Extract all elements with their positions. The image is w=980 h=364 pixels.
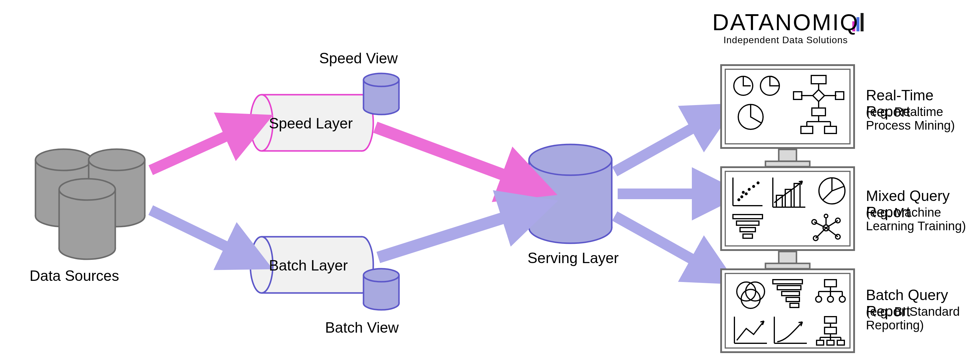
brand-name: DATANOMIQ (712, 9, 859, 36)
svg-point-34 (364, 269, 399, 282)
batch-report-subtitle: (e.g. BI Standard Reporting) (866, 305, 980, 332)
svg-point-57 (738, 199, 740, 201)
svg-point-39 (529, 144, 612, 175)
svg-rect-40 (721, 65, 854, 148)
realtime-report-subtitle: (e.g. Realtime Process Mining) (866, 105, 980, 132)
serving-layer-label: Serving Layer (528, 250, 619, 267)
arrow-sources-to-speed (151, 130, 239, 170)
monitor-realtime-icon (721, 65, 854, 167)
batch-view-label: Batch View (325, 319, 399, 336)
svg-rect-56 (765, 263, 810, 269)
svg-point-14 (59, 179, 115, 200)
svg-point-24 (364, 73, 399, 86)
svg-point-60 (748, 188, 750, 190)
data-sources-label: Data Sources (30, 268, 119, 284)
speed-view-icon (364, 73, 399, 115)
svg-point-63 (742, 192, 744, 193)
svg-point-4 (35, 149, 92, 171)
svg-point-62 (757, 182, 759, 184)
brand-block: DATANOMIQ Independent Data Solutions (712, 9, 859, 46)
diagram-canvas (0, 0, 980, 364)
monitor-batch-icon (721, 269, 854, 352)
svg-rect-99 (861, 13, 864, 31)
serving-layer-icon (529, 144, 612, 243)
brand-tagline: Independent Data Solutions (712, 35, 859, 46)
mixed-report-subtitle: (e.g. Machine Learning Training) (866, 206, 980, 233)
monitor-mixed-icon (721, 167, 854, 269)
batch-view-icon (364, 269, 399, 310)
speed-view-label: Speed View (319, 50, 398, 67)
batch-layer-label: Batch Layer (269, 257, 348, 274)
arrow-speed-to-serving (375, 127, 519, 180)
data-sources-icon (35, 149, 145, 259)
svg-point-59 (745, 193, 747, 195)
arrow-batch-to-serving (378, 213, 519, 257)
speed-layer-label: Speed Layer (269, 115, 353, 132)
svg-point-9 (89, 149, 145, 171)
arrow-sources-to-batch (151, 210, 239, 253)
svg-rect-55 (779, 252, 797, 263)
svg-point-58 (741, 196, 743, 198)
svg-rect-43 (765, 161, 810, 167)
svg-point-61 (753, 185, 754, 187)
svg-rect-53 (721, 167, 854, 250)
arrow-serving-to-batch (615, 216, 705, 267)
arrow-serving-to-realtime (615, 121, 705, 172)
svg-rect-42 (779, 150, 797, 161)
